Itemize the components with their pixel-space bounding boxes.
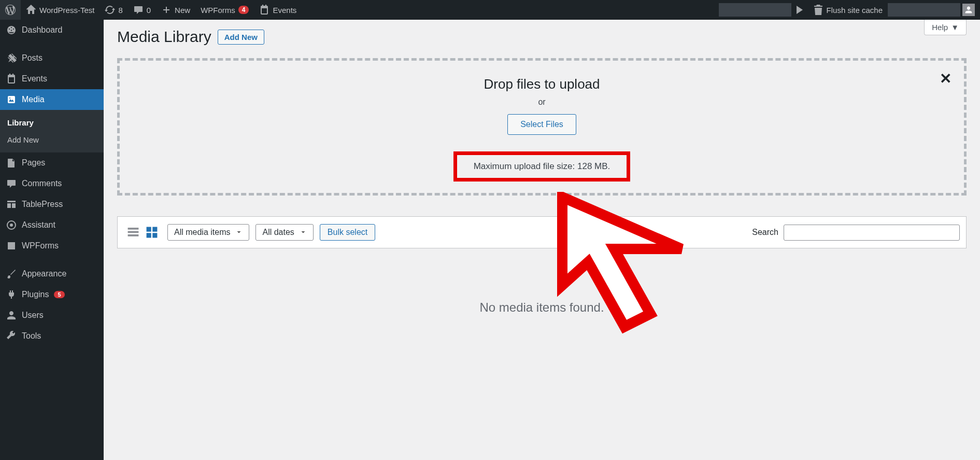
new-label: New [175, 6, 190, 15]
grid-view-button[interactable] [143, 223, 161, 242]
sidebar-item-label: WPForms [22, 241, 59, 250]
sidebar-item-wpforms[interactable]: WPForms [0, 235, 104, 256]
events-label: Events [273, 6, 296, 15]
media-type-filter[interactable]: All media items [167, 224, 249, 241]
brush-icon [6, 269, 17, 279]
grid-icon [145, 226, 159, 239]
sidebar-item-pages[interactable]: Pages [0, 152, 104, 173]
plugin-icon [6, 289, 17, 300]
admin-bar: WordPress-Test 8 0 New WPForms 4 Events … [0, 0, 980, 20]
submenu-item-add-new[interactable]: Add New [0, 131, 104, 148]
empty-state-message: No media items found. [117, 300, 967, 315]
media-icon [6, 94, 17, 105]
person-icon [964, 6, 973, 14]
sidebar-item-appearance[interactable]: Appearance [0, 263, 104, 284]
wordpress-logo-icon [5, 5, 16, 15]
sidebar-item-label: Plugins [22, 290, 49, 299]
site-name-menu[interactable]: WordPress-Test [21, 0, 100, 20]
plus-icon [161, 5, 172, 15]
content-area: Help ▼ Media Library Add New ✕ Drop file… [104, 20, 980, 460]
pin-icon [6, 53, 17, 63]
sidebar-item-label: Assistant [22, 220, 55, 230]
media-filter-bar: All media items All dates Bulk select Se… [117, 216, 967, 248]
calendar-icon [259, 5, 269, 15]
play-icon[interactable] [797, 6, 803, 14]
sidebar-item-tools[interactable]: Tools [0, 326, 104, 346]
comments-count: 0 [147, 6, 151, 15]
sidebar-item-label: Dashboard [22, 25, 62, 35]
page-title: Media Library [117, 28, 211, 46]
chevron-down-icon [235, 229, 243, 236]
comments-menu[interactable]: 0 [128, 0, 156, 20]
flush-cache-label: Flush site cache [827, 6, 883, 15]
max-upload-size: Maximum upload file size: 128 MB. [453, 151, 631, 182]
sidebar-item-label: Users [22, 311, 44, 320]
sidebar-item-events[interactable]: Events [0, 68, 104, 89]
sidebar-item-label: Posts [22, 53, 42, 63]
wordpress-logo-menu[interactable] [0, 0, 21, 20]
chevron-down-icon [300, 229, 307, 236]
site-name-label: WordPress-Test [39, 6, 94, 15]
help-button[interactable]: Help ▼ [924, 20, 967, 35]
comment-icon [6, 178, 17, 189]
sidebar-item-label: Media [22, 95, 45, 104]
sidebar-item-assistant[interactable]: Assistant [0, 215, 104, 235]
sidebar-item-label: Events [22, 74, 47, 83]
sidebar-item-plugins[interactable]: Plugins 5 [0, 284, 104, 305]
add-new-button[interactable]: Add New [218, 30, 264, 45]
upload-dropzone[interactable]: ✕ Drop files to upload or Select Files M… [117, 58, 967, 196]
new-content-menu[interactable]: New [156, 0, 195, 20]
updates-menu[interactable]: 8 [100, 0, 127, 20]
update-icon [105, 5, 115, 15]
sidebar-item-dashboard[interactable]: Dashboard [0, 20, 104, 40]
sidebar-item-tablepress[interactable]: TablePress [0, 194, 104, 215]
dropzone-or: or [130, 97, 954, 107]
sidebar-item-posts[interactable]: Posts [0, 48, 104, 68]
admin-sidebar: Dashboard Posts Events Media Library Add… [0, 20, 104, 460]
wrench-icon [6, 331, 17, 341]
list-view-button[interactable] [124, 223, 143, 242]
sidebar-item-comments[interactable]: Comments [0, 173, 104, 194]
assistant-icon [6, 220, 17, 230]
calendar-icon [6, 74, 17, 84]
sidebar-item-media[interactable]: Media [0, 89, 104, 110]
adminbar-input-2[interactable] [888, 3, 960, 17]
sidebar-item-label: Tools [22, 331, 41, 341]
list-icon [126, 226, 140, 239]
home-icon [26, 5, 36, 15]
chevron-down-icon: ▼ [951, 23, 959, 32]
sidebar-item-label: Pages [22, 158, 45, 168]
submenu-item-library[interactable]: Library [0, 114, 104, 131]
table-icon [6, 199, 17, 210]
page-icon [6, 158, 17, 168]
select-files-button[interactable]: Select Files [507, 114, 576, 135]
user-avatar[interactable] [962, 4, 975, 16]
user-icon [6, 310, 17, 320]
dashboard-icon [6, 25, 17, 35]
wpforms-menu[interactable]: WPForms 4 [195, 0, 254, 20]
search-input[interactable] [784, 225, 960, 241]
svg-point-1 [10, 224, 13, 227]
sidebar-item-users[interactable]: Users [0, 305, 104, 326]
sidebar-item-label: Appearance [22, 269, 66, 278]
wpforms-label: WPForms [201, 6, 235, 15]
events-menu[interactable]: Events [254, 0, 302, 20]
form-icon [6, 241, 17, 251]
sidebar-item-label: TablePress [22, 200, 63, 209]
updates-count: 8 [118, 6, 122, 15]
plugins-badge: 5 [54, 291, 64, 298]
close-icon[interactable]: ✕ [940, 70, 951, 87]
search-label: Search [752, 228, 778, 237]
trash-icon [813, 5, 823, 15]
flush-cache-button[interactable]: Flush site cache [808, 0, 888, 20]
comment-icon [133, 5, 144, 15]
wpforms-badge: 4 [238, 6, 249, 14]
date-filter[interactable]: All dates [255, 224, 313, 241]
sidebar-submenu-media: Library Add New [0, 110, 104, 152]
sidebar-item-label: Comments [22, 179, 62, 188]
bulk-select-button[interactable]: Bulk select [320, 224, 375, 241]
adminbar-input-1[interactable] [719, 3, 791, 17]
dropzone-title: Drop files to upload [130, 76, 954, 92]
